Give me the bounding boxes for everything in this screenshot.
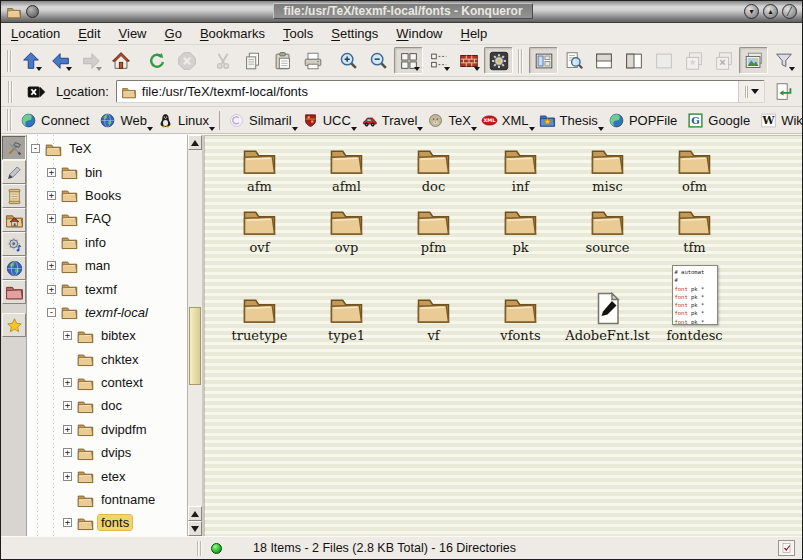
bookmark-wikipedia[interactable]: Wikipedia — [756, 110, 803, 131]
sidebar-tab-network[interactable] — [2, 256, 26, 280]
sidebar-tab-services[interactable] — [2, 232, 26, 256]
tree-item-books[interactable]: + Books — [27, 184, 187, 207]
toolbar-zoom-in[interactable] — [334, 47, 363, 74]
toolbar-filter[interactable] — [769, 47, 798, 74]
statusbar-handle[interactable] — [197, 541, 202, 556]
tree-expander[interactable]: + — [63, 401, 72, 410]
tree-item-faq[interactable]: + FAQ — [27, 207, 187, 230]
toolbar-new-tab[interactable] — [679, 47, 708, 74]
icon-doc[interactable]: doc — [390, 143, 477, 194]
bookmark-ucc[interactable]: UCC — [298, 110, 357, 131]
tree-expander[interactable]: + — [47, 191, 56, 200]
bookmark-linux[interactable]: Linux — [153, 110, 215, 131]
toolbar-up[interactable] — [16, 47, 45, 74]
status-page-check-button[interactable] — [778, 540, 795, 556]
location-input[interactable]: file:/usr/TeX/texmf-local/fonts — [116, 80, 765, 103]
sidebar-tab-history-scroll[interactable] — [2, 184, 26, 208]
folder-icon-view[interactable]: afm afml doc inf misc — [204, 135, 802, 536]
toolbar-forward[interactable] — [76, 47, 105, 74]
menu-location[interactable]: Location — [11, 26, 60, 41]
tree-expander[interactable]: + — [63, 448, 72, 457]
tree-expander[interactable]: + — [47, 261, 56, 270]
clear-location-button[interactable] — [21, 78, 50, 105]
icon-type1[interactable]: type1 — [303, 292, 390, 343]
tree-expander[interactable]: - — [47, 308, 56, 317]
tree-item-doc[interactable]: + doc — [27, 394, 187, 417]
icon-truetype[interactable]: truetype — [216, 292, 303, 343]
toolbar-zoom-out[interactable] — [364, 47, 393, 74]
bookmark-thesis[interactable]: Thesis — [535, 110, 604, 131]
toolbar-image-gallery[interactable] — [739, 47, 768, 74]
tree-item-texmf[interactable]: + texmf — [27, 277, 187, 300]
toolbar-icon-view[interactable] — [394, 47, 423, 74]
tree-item-etex[interactable]: + etex — [27, 464, 187, 487]
bookmark-xml[interactable]: XML — [477, 110, 535, 131]
toolbar-brick-view[interactable] — [454, 47, 483, 74]
sidebar-tab-home-folder[interactable] — [2, 208, 26, 232]
icon-pfm[interactable]: pfm — [390, 204, 477, 255]
tree-item-fontname[interactable]: fontname — [27, 488, 187, 511]
icon-inf[interactable]: inf — [477, 143, 564, 194]
tree-item-context[interactable]: + context — [27, 371, 187, 394]
bookmark-web[interactable]: Web — [95, 110, 153, 131]
tree-item-dvips[interactable]: + dvips — [27, 441, 187, 464]
tree-expander[interactable]: + — [63, 518, 72, 527]
toolbar-close-tab[interactable] — [709, 47, 738, 74]
toolbar-paste[interactable] — [268, 47, 297, 74]
toolbar-home[interactable] — [106, 47, 135, 74]
tree-expander[interactable]: + — [47, 214, 56, 223]
toolbar-split-view-left-right[interactable] — [619, 47, 648, 74]
tree-item-bibtex[interactable]: + bibtex — [27, 324, 187, 347]
icon-vf[interactable]: vf — [390, 292, 477, 343]
tree-item-info[interactable]: info — [27, 231, 187, 254]
tree-item-dvipdfm[interactable]: + dvipdfm — [27, 418, 187, 441]
toolbar-reload[interactable] — [142, 47, 171, 74]
tree-item-tex[interactable]: - TeX — [27, 137, 187, 160]
scroll-down-button[interactable] — [188, 521, 202, 536]
tree-expander[interactable]: + — [63, 472, 72, 481]
icon-afm[interactable]: afm — [216, 143, 303, 194]
icon-fontdesc[interactable]: # automat#font pk *font pk *font pk *fon… — [651, 265, 738, 343]
scroll-up-button[interactable] — [188, 135, 202, 150]
tree-item-fonts[interactable]: + fonts — [27, 511, 187, 534]
location-dropdown-button[interactable] — [738, 81, 764, 102]
tree-expander[interactable]: - — [31, 144, 40, 153]
toolbar-show-navigation-panel[interactable] — [529, 47, 558, 74]
tree-scrollbar[interactable] — [187, 135, 202, 536]
menu-help[interactable]: Help — [461, 26, 488, 41]
bookmark-google[interactable]: Google — [683, 110, 756, 131]
window-button-maximize[interactable]: ▴ — [763, 4, 778, 19]
toolbar-stop[interactable] — [172, 47, 201, 74]
bookmark-connect[interactable]: Connect — [16, 110, 95, 131]
titlebar[interactable]: file:/usr/TeX/texmf-local/fonts - Konque… — [1, 1, 802, 23]
menu-go[interactable]: Go — [165, 26, 182, 41]
tree-expander[interactable]: + — [47, 168, 56, 177]
sidebar-tab-root-folder[interactable] — [2, 280, 26, 304]
toolbar-gear-view[interactable] — [484, 47, 513, 74]
icon-adobefnt-lst[interactable]: AdobeFnt.lst — [564, 292, 651, 343]
scroll-up-button-bottom[interactable] — [188, 506, 202, 521]
toolbar-print[interactable] — [298, 47, 327, 74]
menu-bookmarks[interactable]: Bookmarks — [200, 26, 265, 41]
go-button[interactable] — [769, 78, 798, 105]
icon-vfonts[interactable]: vfonts — [477, 292, 564, 343]
bookmarks-drag-handle[interactable] — [7, 109, 13, 131]
icon-ovp[interactable]: ovp — [303, 204, 390, 255]
icon-ovf[interactable]: ovf — [216, 204, 303, 255]
bookmark-travel[interactable]: Travel — [357, 110, 424, 131]
sidebar-tab-system-tools[interactable] — [2, 136, 26, 160]
toolbar-drag-handle[interactable] — [7, 50, 13, 72]
toolbar-list-view[interactable] — [424, 47, 453, 74]
icon-tfm[interactable]: tfm — [651, 204, 738, 255]
tree-item-chktex[interactable]: chktex — [27, 348, 187, 371]
icon-source[interactable]: source — [564, 204, 651, 255]
menu-settings[interactable]: Settings — [331, 26, 378, 41]
bookmark-popfile[interactable]: POPFile — [604, 110, 683, 131]
location-toolbar-drag-handle[interactable] — [8, 81, 14, 103]
tree-expander[interactable]: + — [63, 378, 72, 387]
bookmark-silmaril[interactable]: Silmaril — [224, 110, 298, 131]
toolbar-back[interactable] — [46, 47, 75, 74]
tree-expander[interactable]: + — [47, 285, 56, 294]
icon-ofm[interactable]: ofm — [651, 143, 738, 194]
tree-expander[interactable]: + — [63, 331, 72, 340]
